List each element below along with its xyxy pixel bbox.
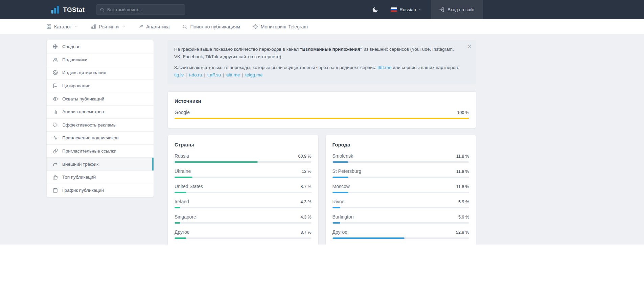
bar-fill (175, 118, 469, 119)
login-button-label: Вход на сайт (447, 7, 475, 12)
menu-item-post-search[interactable]: Поиск по публикациям (182, 24, 240, 29)
tag-icon (53, 122, 58, 128)
separator: | (242, 72, 243, 77)
bar-label: Russia (175, 153, 189, 159)
sidebar-item-citation-index[interactable]: Индекс цитирования (47, 66, 154, 79)
stat-bar-row: Ireland4.3 % (175, 199, 312, 208)
navbar-inner: TGStat Russian Вход на сайт (51, 0, 483, 19)
bar-head: Другое8.7 % (175, 229, 312, 235)
bar-track (175, 207, 312, 208)
sidebar-item-subscribers[interactable]: Подписчики (47, 53, 154, 67)
sidebar-item-post-reach[interactable]: Охваты публикаций (47, 92, 154, 106)
partner-link[interactable]: tlg.lv (174, 72, 184, 77)
bar-track (175, 118, 469, 119)
bar-label: Ireland (175, 199, 189, 204)
menu-item-catalog[interactable]: Каталог (46, 24, 78, 29)
stat-bar-row: Другое52.9 % (332, 229, 469, 239)
quick-search-input[interactable] (107, 7, 181, 12)
bar-label: Singapore (175, 214, 196, 220)
bar-track (332, 192, 469, 193)
chevron-down-icon (418, 8, 422, 12)
navbar-right: Russian Вход на сайт (372, 0, 483, 19)
bar-label: Другое (175, 229, 189, 235)
bar-track (175, 192, 312, 193)
bar-head: Другое52.9 % (332, 229, 469, 235)
bar-fill (332, 192, 349, 193)
sidebar-item-invite-links[interactable]: Пригласительные ссылки (47, 145, 154, 158)
card-title: Страны (175, 142, 312, 147)
top-navbar: TGStat Russian Вход на сайт (0, 0, 644, 19)
stat-bar-row: Russia60.9 % (175, 153, 312, 163)
bar-track (175, 161, 312, 163)
sources-card: Источники Google100 % (167, 91, 476, 128)
sidebar-item-views-analysis[interactable]: Анализ просмотров (47, 106, 154, 119)
flag-icon (53, 83, 58, 88)
chevron-down-icon (74, 25, 78, 28)
link-icon (53, 148, 58, 154)
sidebar-item-label: Индекс цитирования (62, 70, 106, 75)
sidebar-item-label: Сводная (62, 44, 80, 49)
sidebar-item-top-posts[interactable]: Топ публикаций (47, 171, 154, 184)
bar-fill (332, 177, 349, 178)
bar-fill (175, 207, 180, 208)
partner-link[interactable]: t-do.ru (189, 72, 202, 77)
bar-head: St Petersburg11.8 % (332, 168, 469, 174)
partner-link[interactable]: altt.me (226, 72, 240, 77)
dark-mode-toggle[interactable] (372, 6, 378, 13)
bar-value: 52.9 % (456, 230, 469, 235)
sidebar-item-citations[interactable]: Цитирование (47, 79, 154, 93)
bar-track (332, 161, 469, 163)
menu-item-label: Поиск по публикациям (190, 24, 240, 29)
partner-link[interactable]: t.aff.su (207, 72, 221, 77)
corner-arrow-icon (53, 162, 58, 167)
bar-fill (332, 237, 405, 239)
close-icon[interactable]: × (467, 43, 471, 50)
partner-links: tlg.lv|t-do.ru|t.aff.su|altt.me|telgg.me (174, 72, 262, 77)
sidebar-item-posts-schedule[interactable]: График публикаций (47, 184, 154, 197)
menu-item-label: Аналитика (146, 24, 169, 29)
chevron-down-icon (122, 25, 125, 28)
sidebar-item-external-traffic[interactable]: Внешний трафик (47, 158, 154, 171)
bar-head: Singapore4.3 % (175, 214, 312, 220)
bar-head: Ireland4.3 % (175, 199, 312, 204)
menu-item-telegram-monitoring[interactable]: Мониторинг Telegram (253, 24, 308, 29)
stat-bar-row: Moscow11.8 % (332, 184, 469, 193)
sidebar-item-subscriber-acquisition[interactable]: Привлечение подписчиков (47, 132, 154, 145)
bar-chart-icon (53, 109, 58, 114)
menu-item-ratings[interactable]: Рейтинги (91, 24, 125, 29)
bar-fill (175, 222, 180, 224)
language-label: Russian (399, 7, 416, 12)
sidebar-item-label: График публикаций (62, 188, 104, 193)
sidebar-item-label: Внешний трафик (62, 162, 98, 167)
grid-icon (46, 24, 51, 29)
alert-text: Засчитываются только те переходы, которы… (174, 65, 377, 70)
stat-bar-row: Google100 % (175, 110, 469, 119)
sidebar-item-ad-effectiveness[interactable]: Эффективность рекламы (47, 119, 154, 132)
partner-link[interactable]: telgg.me (245, 72, 263, 77)
redirect-service-link[interactable]: ttttt.me (377, 65, 391, 70)
language-selector[interactable]: Russian (391, 7, 422, 12)
bar-head: Russia60.9 % (175, 153, 312, 159)
bar-value: 5.9 % (458, 200, 469, 204)
main-area: Сводная Подписчики Индекс цитирования Ци… (0, 34, 644, 245)
bar-value: 100 % (457, 110, 469, 115)
bar-fill (332, 222, 341, 224)
bar-value: 4.3 % (301, 200, 312, 204)
login-button[interactable]: Вход на сайт (431, 0, 483, 19)
bar-track (175, 177, 312, 178)
stat-bar-row: Другое8.7 % (175, 229, 312, 239)
alert-line-2: Засчитываются только те переходы, которы… (174, 64, 459, 79)
russia-flag-icon (391, 7, 397, 12)
sidebar-item-summary[interactable]: Сводная (47, 40, 154, 53)
sidebar-item-label: Анализ просмотров (62, 109, 104, 114)
search-icon (182, 24, 187, 29)
bar-fill (175, 192, 186, 193)
brand-logo[interactable]: TGStat (51, 5, 85, 14)
bar-head: Burlington5.9 % (332, 214, 469, 220)
menu-item-analytics[interactable]: Аналитика (138, 24, 169, 29)
bar-value: 11.8 % (456, 154, 469, 159)
bar-head: Moscow11.8 % (332, 184, 469, 189)
menu-item-label: Каталог (54, 24, 71, 29)
cities-card: Города Smolensk11.8 %St Petersburg11.8 %… (325, 135, 477, 245)
quick-search-box[interactable] (96, 4, 185, 15)
